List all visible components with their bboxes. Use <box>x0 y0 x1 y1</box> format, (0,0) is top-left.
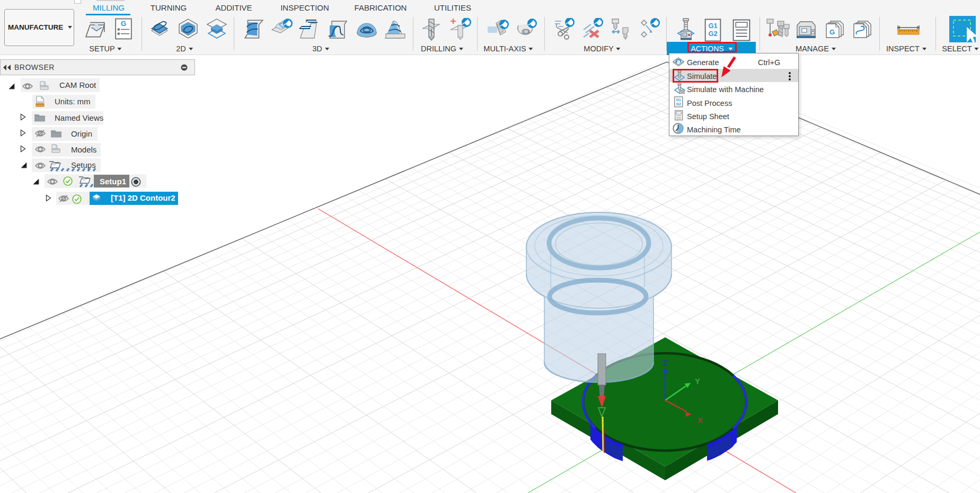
svg-text:G2: G2 <box>708 30 717 38</box>
svg-text:G2: G2 <box>676 102 681 106</box>
svg-text:G: G <box>829 28 835 36</box>
svg-text:Z: Z <box>663 358 667 367</box>
svg-text:G1: G1 <box>676 98 681 102</box>
svg-text:Y: Y <box>695 377 700 386</box>
svg-text:G: G <box>121 20 126 28</box>
svg-text:G1: G1 <box>708 22 717 30</box>
svg-text:X: X <box>698 416 703 425</box>
